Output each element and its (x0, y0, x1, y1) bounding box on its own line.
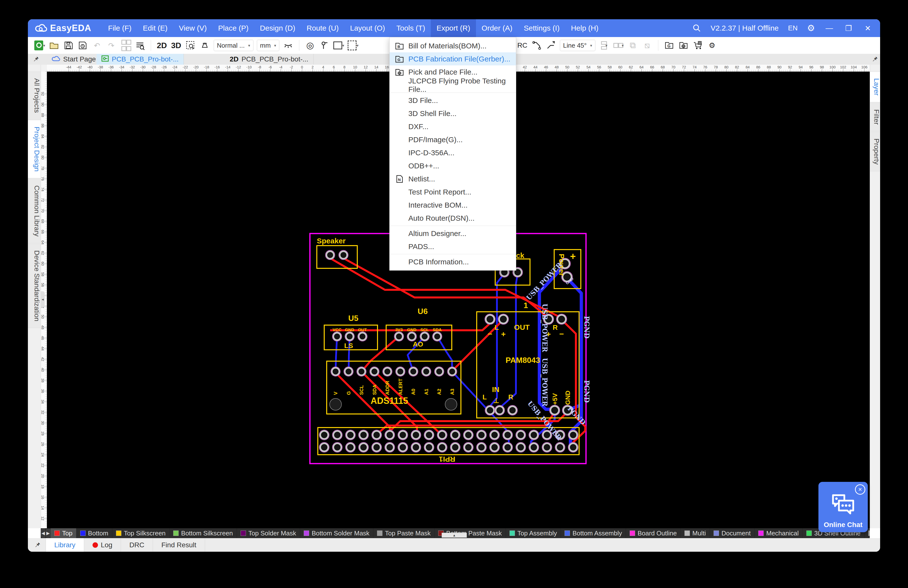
sidebar-tab-device-standardization[interactable]: Device Standardization (28, 244, 41, 328)
save-history-icon[interactable] (77, 40, 88, 51)
route-mode-select[interactable]: Normal ...▾ (214, 40, 253, 51)
export-menu-item-altium-designer[interactable]: Altium Designer... (390, 227, 516, 240)
via-icon[interactable]: ◎ (305, 40, 316, 51)
layers-scroll-left-icon[interactable]: ◀ (41, 529, 45, 537)
flip-horizontal-icon[interactable]: ⧉ (628, 40, 638, 51)
distribute-icon[interactable]: ▾ (613, 40, 624, 51)
line-angle-select[interactable]: Line 45°▾ (560, 40, 596, 51)
doc-tab-pcb-2[interactable]: 2DPCB_PCB_Pro-bot-... (225, 54, 314, 64)
dashed-rect-tool-icon[interactable]: ▾ (348, 40, 359, 51)
panel-tab-filter[interactable]: Filter (870, 103, 880, 131)
menu-edit-e[interactable]: Edit (E) (137, 19, 173, 37)
line-angle-icon[interactable] (546, 40, 556, 51)
bottom-tab-drc[interactable]: DRC (121, 538, 153, 552)
menu-design-d[interactable]: Design (D) (254, 19, 301, 37)
canvas-attr-icon[interactable] (200, 40, 210, 51)
export-menu-item-auto-router-dsn[interactable]: Auto Router(DSN)... (390, 211, 516, 225)
doc-tab-pcb-1[interactable]: PCB_PCB_Pro-bot-... (97, 54, 184, 64)
layer-chip-document[interactable]: Document (710, 528, 755, 538)
minimize-button[interactable]: — (824, 24, 834, 32)
export-menu-item-odb[interactable]: ODB++... (390, 159, 516, 172)
menu-tools-t[interactable]: Tools (T) (391, 19, 431, 37)
export-menu-item-pads[interactable]: PADS... (390, 240, 516, 253)
export-menu-item-dxf[interactable]: DXF... (390, 120, 516, 133)
bottom-panel-handle[interactable]: ▲ (442, 533, 467, 538)
rect-tool-icon[interactable]: ▾ (333, 40, 344, 51)
online-chat-widget[interactable]: ✕ Online Chat (818, 482, 868, 532)
menu-export-r[interactable]: Export (R) (431, 19, 476, 37)
search-icon[interactable] (692, 24, 701, 32)
cart-icon[interactable] (692, 40, 703, 51)
export-menu-item-pdf-image-g[interactable]: PDF/Image(G)... (390, 133, 516, 146)
export-menu-item-pcb-fabrication-file-gerber[interactable]: GPCB Fabrication File(Gerber)... (390, 52, 516, 65)
sidebar-tab-all-projects[interactable]: All Projects (28, 72, 41, 119)
save-icon[interactable] (63, 40, 74, 51)
layer-chip-top-assembly[interactable]: Top Assembly (506, 528, 561, 538)
layer-chip-top-silkscreen[interactable]: Top Silkscreen (112, 528, 169, 538)
zoom-region-icon[interactable] (185, 40, 196, 51)
export-menu-item-netlist[interactable]: NNetlist... (390, 172, 516, 185)
menu-view-v[interactable]: View (V) (173, 19, 213, 37)
export-menu-item-test-point-report[interactable]: Test Point Report... (390, 185, 516, 198)
layer-chip-bottom-assembly[interactable]: Bottom Assembly (561, 528, 626, 538)
left-panel-pin-icon[interactable]: 📌︎ (33, 55, 39, 63)
bottom-tab-log[interactable]: Log (84, 538, 121, 552)
panel-tab-layer[interactable]: Layer (870, 72, 880, 102)
pick-place-folder-icon[interactable] (678, 40, 689, 51)
layer-chip-top-solder-mask[interactable]: Top Solder Mask (237, 528, 300, 538)
layer-chip-bottom[interactable]: Bottom (76, 528, 112, 538)
bottom-pin-icon[interactable]: 📌︎ (28, 538, 46, 552)
layer-chip-board-outline[interactable]: Board Outline (626, 528, 681, 538)
panel-tab-property[interactable]: Property (870, 132, 880, 171)
toolbar-settings-icon[interactable]: ⚙ (707, 40, 718, 51)
menu-layout-o[interactable]: Layout (O) (345, 19, 391, 37)
flip-vertical-icon[interactable]: ⧅ (642, 40, 653, 51)
left-panel-collapse-handle[interactable]: ◂ (41, 291, 45, 307)
menu-order-a[interactable]: Order (A) (476, 19, 518, 37)
export-menu-item-3d-file[interactable]: 3D File... (390, 94, 516, 107)
menu-place-p[interactable]: Place (P) (213, 19, 254, 37)
restore-button[interactable]: ❐ (844, 24, 853, 32)
eye-closed-icon[interactable] (283, 40, 294, 51)
close-button[interactable]: ✕ (863, 24, 873, 32)
export-menu-item-pcb-information[interactable]: PCB Information... (390, 255, 516, 268)
layer-chip-top-paste-mask[interactable]: Top Paste Mask (374, 528, 435, 538)
drc-button-partial[interactable]: RC (517, 40, 528, 51)
redo-icon[interactable]: ↷ (106, 40, 117, 51)
undo-icon[interactable]: ↶ (92, 40, 102, 51)
language-switch[interactable]: EN (788, 24, 798, 32)
layer-chip-mechanical[interactable]: Mechanical (755, 528, 803, 538)
sidebar-tab-project-design[interactable]: Project Design (28, 120, 41, 178)
layer-chip-multi[interactable]: Multi (681, 528, 710, 538)
pin-probe-icon[interactable] (319, 40, 330, 51)
bottom-tab-find-result[interactable]: Find Result (153, 538, 205, 552)
settings-gear-icon[interactable]: ⚙ (807, 24, 815, 32)
open-folder-icon[interactable] (48, 40, 60, 51)
export-menu-item-3d-shell-file[interactable]: 3D Shell File... (390, 107, 516, 120)
easyeda-logo[interactable]: EasyEDA (35, 23, 91, 33)
menu-help-h[interactable]: Help (H) (565, 19, 604, 37)
layer-chip-bottom-silkscreen[interactable]: Bottom Silkscreen (169, 528, 237, 538)
layer-chip-bottom-solder-mask[interactable]: Bottom Solder Mask (300, 528, 374, 538)
doc-tab-start-page[interactable]: Start Page (47, 54, 101, 64)
menu-route-u[interactable]: Route (U) (301, 19, 345, 37)
menu-settings-i[interactable]: Settings (I) (518, 19, 565, 37)
right-panel-pin-icon[interactable]: 📌︎ (872, 55, 878, 63)
export-menu-item-jlcpcb-flying-probe-testing-file[interactable]: JLCPCB Flying Probe Testing File... (390, 79, 516, 92)
route-tool-icon[interactable] (531, 40, 542, 51)
export-menu-item-interactive-bom[interactable]: Interactive BOM... (390, 198, 516, 211)
menu-file-f[interactable]: File (F) (102, 19, 137, 37)
layers-scroll-right-icon[interactable]: ▶ (46, 529, 50, 537)
sidebar-tab-common-library[interactable]: Common Library (28, 179, 41, 243)
gerber-folder-icon[interactable]: G (664, 40, 675, 51)
new-pcb-icon[interactable]: ▾ (34, 40, 45, 51)
unit-select[interactable]: mm▾ (257, 40, 279, 51)
bottom-tab-library[interactable]: Library (46, 538, 84, 552)
layer-chip-top[interactable]: Top (51, 528, 76, 538)
grid-view-icon[interactable] (120, 40, 131, 51)
design-manager-icon[interactable] (134, 40, 145, 51)
export-menu-item-bill-of-materials-bom[interactable]: BBill of Materials(BOM)... (390, 39, 516, 52)
export-menu-item-ipc-d-356a[interactable]: IPC-D-356A... (390, 146, 516, 159)
align-icon[interactable]: ▾ (599, 40, 610, 51)
chat-close-icon[interactable]: ✕ (855, 484, 865, 495)
